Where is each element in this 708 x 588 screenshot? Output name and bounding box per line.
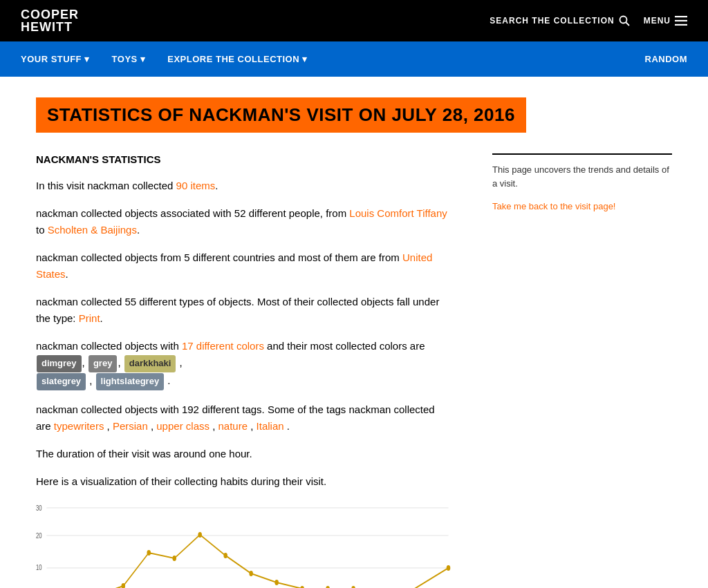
navbar-left: YOUR STUFF ▾ TOYS ▾ EXPLORE THE COLLECTI… (21, 41, 319, 77)
para2-link1[interactable]: Louis Comfort Tiffany (349, 207, 447, 219)
stat-para-7: The duration of their visit was around o… (36, 446, 451, 462)
page-title-block: STATISTICS OF NACKMAN'S VISIT ON JULY 28… (36, 97, 526, 133)
left-column: NACKMAN'S STATISTICS In this visit nackm… (36, 153, 451, 588)
tag-link-persian[interactable]: Persian (113, 420, 148, 432)
chart-point-9 (274, 580, 279, 585)
color-badge-grey: grey (88, 355, 117, 372)
page-title: STATISTICS OF NACKMAN'S VISIT ON JULY 28… (47, 104, 515, 126)
chart-point-4 (147, 550, 151, 556)
para1-prefix: In this visit nackman collected (36, 180, 176, 191)
logo-line2: HEWITT (21, 21, 79, 33)
y-label-30: 30 (36, 503, 42, 512)
stats-heading: NACKMAN'S STATISTICS (36, 153, 451, 165)
svg-rect-4 (675, 24, 687, 26)
menu-label: MENU (644, 16, 671, 26)
visit-page-link[interactable]: Take me back to the visit page! (492, 201, 615, 211)
search-icon (619, 15, 630, 26)
svg-line-1 (626, 23, 629, 26)
navigation-bar: YOUR STUFF ▾ TOYS ▾ EXPLORE THE COLLECTI… (0, 41, 708, 77)
stat-para-5: nackman collected objects with 17 differ… (36, 338, 451, 390)
stat-para-8: Here is a visualization of their collect… (36, 473, 451, 490)
y-label-10: 10 (36, 562, 42, 571)
chart-point-11 (326, 586, 330, 588)
chart-point-12 (351, 586, 355, 588)
para3-suffix: . (66, 268, 68, 280)
color-badge-dimgrey: dimgrey (37, 355, 82, 372)
search-label: SEARCH THE COLLECTION (490, 16, 614, 26)
line-chart: 30 20 10 0 (36, 501, 451, 588)
menu-button[interactable]: MENU (644, 16, 687, 26)
logo-line1: COOPER (21, 8, 79, 21)
para1-count-link[interactable]: 90 items (176, 180, 216, 191)
para2-prefix: nackman collected objects associated wit… (36, 207, 349, 219)
chevron-down-icon: ▾ (140, 54, 146, 64)
logo[interactable]: COOPER HEWITT (21, 8, 79, 33)
tag-link-italian[interactable]: Italian (257, 420, 284, 432)
para4-link[interactable]: Print (79, 312, 100, 324)
color-badge-slategrey: slategrey (37, 373, 86, 390)
para6-suffix: . (287, 420, 290, 432)
para5-suffix: . (167, 374, 170, 386)
stat-para-3: nackman collected objects from 5 differe… (36, 249, 451, 283)
navbar-item-explore[interactable]: EXPLORE THE COLLECTION ▾ (156, 41, 318, 77)
color-badge-lightslategrey: lightslategrey (96, 373, 165, 390)
navbar-item-random[interactable]: RANDOM (645, 41, 688, 77)
chart-point-10 (300, 586, 304, 588)
chevron-down-icon: ▾ (84, 54, 90, 64)
chart-point-5 (172, 556, 176, 561)
content-area: NACKMAN'S STATISTICS In this visit nackm… (36, 153, 672, 588)
para2-suffix: . (137, 224, 140, 236)
stat-para-4: nackman collected 55 different types of … (36, 294, 451, 327)
para5-mid: and their most collected colors are (264, 340, 425, 352)
chart-container: 30 20 10 0 (36, 501, 451, 588)
stat-para-6: nackman collected objects with 192 diffe… (36, 401, 451, 435)
para2-mid: to (36, 224, 48, 236)
navbar-item-your-stuff[interactable]: YOUR STUFF ▾ (21, 41, 101, 77)
para5-prefix: nackman collected objects with (36, 340, 182, 352)
svg-rect-3 (675, 20, 687, 21)
chart-point-15 (447, 565, 451, 571)
stat-para-2: nackman collected objects associated wit… (36, 205, 451, 238)
right-description: This page uncovers the trends and detail… (492, 163, 672, 190)
para3-prefix: nackman collected objects from 5 differe… (36, 252, 402, 263)
search-button[interactable]: SEARCH THE COLLECTION (490, 15, 629, 26)
chart-section: 30 20 10 0 (36, 501, 451, 588)
tag-link-typewriters[interactable]: typewriters (54, 420, 104, 432)
chart-point-6 (198, 532, 202, 538)
right-column: This page uncovers the trends and detail… (492, 153, 672, 211)
tag-link-upper-class[interactable]: upper class (156, 420, 209, 432)
color-badge-darkkhaki: darkkhaki (124, 355, 176, 372)
chevron-down-icon: ▾ (302, 54, 308, 64)
chart-point-7 (223, 553, 227, 558)
y-label-20: 20 (36, 531, 42, 540)
para4-suffix: . (100, 312, 103, 324)
site-header: COOPER HEWITT SEARCH THE COLLECTION MENU (0, 0, 708, 41)
tag-link-nature[interactable]: nature (218, 420, 248, 432)
svg-rect-2 (675, 16, 687, 17)
hamburger-icon (675, 16, 687, 26)
para1-suffix: . (215, 180, 218, 191)
right-col-divider (492, 153, 672, 155)
stat-para-1: In this visit nackman collected 90 items… (36, 178, 451, 194)
para5-link[interactable]: 17 different colors (182, 340, 264, 352)
svg-point-0 (620, 17, 626, 23)
para2-link2[interactable]: Scholten & Baijings (48, 224, 137, 236)
header-right: SEARCH THE COLLECTION MENU (490, 15, 687, 26)
chart-point-8 (249, 571, 253, 576)
chart-line (46, 535, 448, 588)
main-content: STATISTICS OF NACKMAN'S VISIT ON JULY 28… (15, 77, 693, 588)
navbar-item-toys[interactable]: TOYS ▾ (101, 41, 157, 77)
